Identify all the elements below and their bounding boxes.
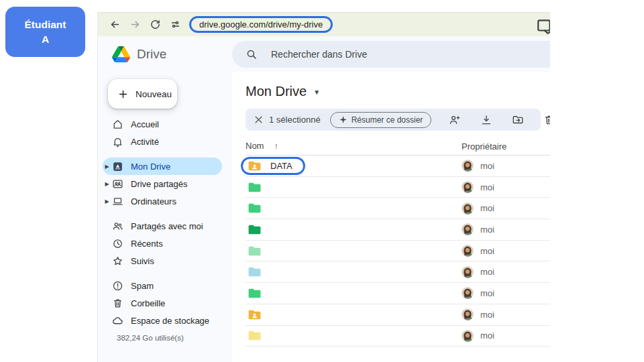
sidebar-item-activity[interactable]: ▶ Activité [103, 133, 222, 150]
sidebar-item-label: Suivis [131, 256, 154, 266]
file-name-cell[interactable] [241, 199, 283, 217]
url-text[interactable]: drive.google.com/drive/my-drive [199, 19, 323, 29]
table-row[interactable]: DATA moi [246, 156, 550, 177]
sidebar-item-my-drive[interactable]: ▶ Mon Drive [103, 158, 222, 175]
folder-icon [248, 202, 262, 214]
table-row[interactable]: moi [246, 261, 550, 283]
trash-icon[interactable] [541, 112, 550, 128]
owner-avatar[interactable] [462, 266, 474, 278]
sidebar-item-label: Spam [131, 281, 154, 291]
owner-avatar[interactable] [462, 308, 474, 320]
shared-folder-icon [248, 309, 262, 320]
new-button[interactable]: Nouveau [108, 79, 177, 109]
table-row[interactable]: moi [246, 198, 550, 219]
table-row[interactable]: moi [246, 241, 550, 262]
file-name-cell[interactable] [241, 178, 283, 196]
sidebar-nav: ▶ Accueil ▶ Activité ▶ Mon Drive ▶ Drive… [103, 115, 232, 329]
owner-avatar[interactable] [462, 223, 474, 235]
spam-icon [111, 280, 123, 292]
home-icon [111, 118, 123, 130]
owner-avatar[interactable] [462, 245, 474, 257]
student-badge: Étudiant A [5, 7, 85, 57]
folder-icon [248, 288, 262, 299]
forward-icon[interactable] [125, 15, 145, 35]
sidebar-item-computers[interactable]: ▶ Ordinateurs [103, 192, 222, 210]
owner-avatar[interactable] [462, 202, 474, 215]
sidebar-item-starred[interactable]: ▶ Suivis [103, 252, 222, 269]
search-bar[interactable]: Rechercher dans Drive [232, 41, 550, 68]
owner-avatar[interactable] [462, 181, 474, 193]
owner-name: moi [480, 225, 494, 235]
site-settings-icon[interactable] [165, 15, 185, 35]
page-title[interactable]: Mon Drive ▼ [246, 81, 333, 101]
sidebar-item-storage[interactable]: ▶ Espace de stockage [103, 312, 222, 329]
my-drive-icon [111, 160, 123, 172]
close-icon[interactable] [254, 112, 264, 128]
folder-icon [248, 330, 262, 341]
file-name-cell[interactable] [241, 263, 283, 281]
table-row[interactable]: moi [246, 304, 550, 326]
owner-cell: moi [462, 223, 550, 235]
sidebar: Nouveau ▶ Accueil ▶ Activité ▶ Mon Drive… [98, 72, 232, 362]
table-row[interactable]: moi [246, 219, 550, 241]
main-content: Mon Drive ▼ 1 sélectionné Résumer ce dos… [232, 72, 550, 362]
file-name-cell[interactable] [241, 242, 283, 260]
owner-name: moi [480, 267, 494, 277]
file-name-cell[interactable] [241, 306, 283, 324]
table-row[interactable]: moi [246, 326, 550, 347]
browser-tab-icon[interactable] [536, 17, 550, 32]
sidebar-item-label: Accueil [131, 119, 159, 129]
file-name-cell[interactable] [241, 284, 283, 302]
expand-caret-icon[interactable]: ▶ [103, 164, 111, 170]
owner-name: moi [480, 161, 494, 171]
shared-with-me-icon [111, 220, 123, 232]
sidebar-item-shared-with-me[interactable]: ▶ Partagés avec moi [103, 217, 222, 235]
owner-avatar[interactable] [462, 287, 474, 299]
column-header-name[interactable]: Nom [246, 141, 264, 151]
chevron-down-icon: ▼ [313, 87, 320, 96]
expand-caret-icon[interactable]: ▶ [103, 181, 111, 187]
share-person-add-icon[interactable] [447, 112, 463, 128]
screenshot-stage: Étudiant A drive.google.com/drive/my-dri… [0, 0, 644, 362]
drive-body: Nouveau ▶ Accueil ▶ Activité ▶ Mon Drive… [98, 72, 550, 362]
selection-toolbar: 1 sélectionné Résumer ce dossier [246, 109, 541, 131]
file-name-cell-annotated[interactable]: DATA [241, 157, 305, 175]
move-to-folder-icon[interactable] [510, 112, 526, 128]
expand-caret-icon[interactable]: ▶ [103, 198, 111, 204]
owner-name: moi [480, 203, 494, 213]
column-header-owner[interactable]: Propriétaire [462, 141, 506, 152]
owner-avatar[interactable] [462, 330, 474, 342]
owner-cell: moi [462, 181, 550, 193]
recent-icon [111, 237, 123, 249]
sidebar-item-label: Drive partagés [131, 179, 188, 189]
activity-icon [111, 135, 123, 147]
sidebar-item-trash[interactable]: ▶ Corbeille [103, 294, 222, 312]
summarize-folder-button[interactable]: Résumer ce dossier [330, 112, 432, 128]
file-name: DATA [270, 161, 292, 171]
sidebar-group: ▶ Spam ▶ Corbeille ▶ Espace de stockage [103, 277, 232, 329]
selected-count: 1 sélectionné [269, 115, 321, 125]
search-placeholder[interactable]: Rechercher dans Drive [271, 49, 367, 60]
sidebar-item-spam[interactable]: ▶ Spam [103, 277, 222, 294]
drive-logo-area[interactable]: Drive [98, 46, 232, 62]
drive-app: Drive Rechercher dans Drive Nouveau [98, 36, 550, 362]
table-row[interactable]: moi [246, 177, 550, 198]
file-name-cell[interactable] [241, 221, 283, 239]
owner-cell: moi [462, 287, 550, 299]
folder-icon [248, 245, 262, 257]
reload-icon[interactable] [145, 15, 165, 35]
download-icon[interactable] [478, 112, 494, 128]
back-icon[interactable] [105, 15, 125, 35]
sidebar-item-home[interactable]: ▶ Accueil [103, 115, 222, 133]
file-name-cell[interactable] [241, 326, 283, 345]
sort-ascending-icon[interactable]: ↑ [274, 141, 278, 151]
owner-avatar[interactable] [462, 160, 474, 172]
file-list: DATA moi [246, 156, 550, 347]
search-icon[interactable] [240, 43, 263, 66]
sidebar-item-shared-drives[interactable]: ▶ Drive partagés [103, 175, 222, 192]
table-row[interactable]: moi [246, 283, 550, 304]
owner-name: moi [480, 246, 494, 256]
drive-logo-text: Drive [137, 47, 166, 62]
sidebar-item-recent[interactable]: ▶ Récents [103, 235, 222, 252]
owner-name: moi [480, 182, 494, 192]
